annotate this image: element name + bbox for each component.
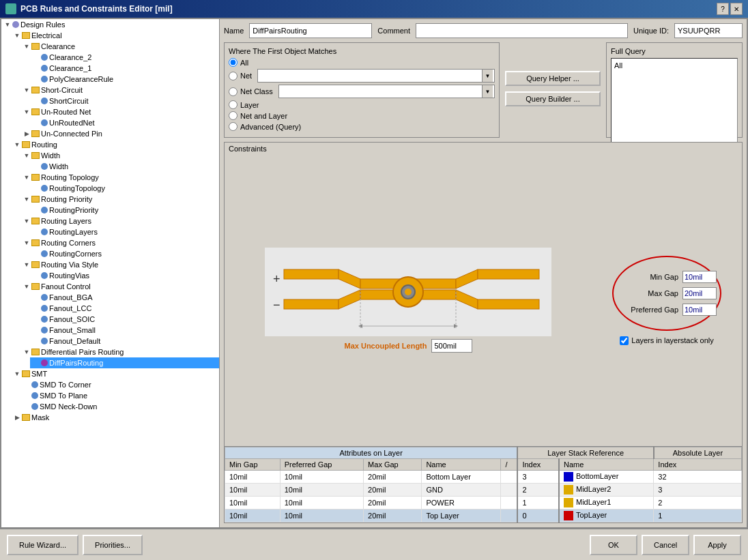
radio-advanced-input[interactable] bbox=[229, 122, 238, 131]
min-gap-input[interactable] bbox=[682, 271, 717, 283]
tree-node-clearance2[interactable]: Clearance_2 bbox=[30, 52, 219, 63]
max-gap-row: Max Gap bbox=[617, 287, 717, 299]
comment-input[interactable] bbox=[416, 23, 628, 38]
rule-wizard-button[interactable]: Rule Wizard... bbox=[7, 535, 78, 555]
table-row-2[interactable]: 10mil 10mil 20mil GND 2 MidLayer2 3 bbox=[225, 483, 742, 496]
tree-node-unconnected-folder[interactable]: ▶ Un-Connected Pin bbox=[20, 128, 219, 139]
tree-node-width-folder[interactable]: ▼ Width bbox=[20, 150, 219, 161]
cell-name-2: GND bbox=[422, 483, 501, 496]
table-row-4[interactable]: 10mil 10mil 20mil Top Layer 0 TopLayer 1 bbox=[225, 509, 742, 522]
radio-netandlayer-input[interactable] bbox=[229, 111, 238, 120]
radio-net-label: Net bbox=[240, 72, 252, 80]
expander-smt: ▼ bbox=[12, 369, 22, 379]
net-combo-arrow[interactable]: ▼ bbox=[482, 70, 493, 82]
preferred-gap-input[interactable] bbox=[682, 304, 717, 316]
tree-node-clearance[interactable]: ▼ Clearance bbox=[20, 41, 219, 52]
radio-all-input[interactable] bbox=[229, 58, 238, 67]
name-input[interactable] bbox=[249, 23, 372, 38]
tree-label-topology: RoutingTopology bbox=[49, 184, 105, 192]
help-button[interactable]: ? bbox=[717, 3, 729, 15]
name-row: Name Comment Unique ID: bbox=[224, 23, 743, 38]
col-abs-index: Index bbox=[654, 458, 742, 470]
tree-node-smd-neckdown[interactable]: SMD Neck-Down bbox=[20, 401, 219, 412]
cell-index-1: 3 bbox=[517, 470, 559, 483]
tree-node-fanout-bga[interactable]: Fanout_BGA bbox=[30, 292, 219, 303]
table-row-1[interactable]: 10mil 10mil 20mil Bottom Layer 3 BottomL… bbox=[225, 470, 742, 483]
preferred-gap-row: Preferred Gap bbox=[617, 304, 717, 316]
tree-node-unrouted[interactable]: UnRoutedNet bbox=[30, 117, 219, 128]
table-row-3[interactable]: 10mil 10mil 20mil POWER 1 MidLayer1 2 bbox=[225, 496, 742, 509]
title-bar-left: PCB Rules and Constraints Editor [mil] bbox=[5, 3, 173, 14]
netclass-combo[interactable]: ▼ bbox=[278, 85, 495, 98]
tree-label-electrical: Electrical bbox=[31, 31, 62, 40]
tree-node-topology[interactable]: RoutingTopology bbox=[30, 183, 219, 194]
full-query-value: All bbox=[614, 61, 622, 70]
tree-node-corners[interactable]: RoutingCorners bbox=[30, 248, 219, 259]
tree-node-fanout-folder[interactable]: ▼ Fanout Control bbox=[20, 281, 219, 292]
tree-node-shortcircuit[interactable]: ShortCircuit bbox=[30, 95, 219, 106]
folder-icon-clearance bbox=[31, 43, 40, 50]
tree-node-topology-folder[interactable]: ▼ Routing Topology bbox=[20, 172, 219, 183]
icon-polyclearance bbox=[41, 76, 48, 83]
svg-rect-3 bbox=[284, 269, 339, 279]
tree-scroll-container[interactable]: ▼ Design Rules ▼ Electrical ▼ bbox=[1, 19, 219, 527]
tree-node-fanout-lcc[interactable]: Fanout_LCC bbox=[30, 303, 219, 314]
tree-node-fanout-default[interactable]: Fanout_Default bbox=[30, 336, 219, 347]
close-button[interactable]: ✕ bbox=[730, 3, 743, 15]
radio-layer-input[interactable] bbox=[229, 100, 238, 109]
tree-label-diffpairs-folder: Differential Pairs Routing bbox=[41, 348, 124, 356]
query-helper-button[interactable]: Query Helper ... bbox=[505, 71, 601, 86]
layers-only-checkbox[interactable] bbox=[620, 336, 629, 345]
tree-node-routing-folder[interactable]: ▼ Routing bbox=[11, 139, 219, 150]
tree-node-smd-plane[interactable]: SMD To Plane bbox=[20, 390, 219, 401]
radio-net-input[interactable] bbox=[229, 72, 238, 80]
tree-label-design-rules: Design Rules bbox=[20, 20, 65, 29]
radio-advanced: Advanced (Query) bbox=[229, 122, 495, 131]
tree-node-unrouted-folder[interactable]: ▼ Un-Routed Net bbox=[20, 106, 219, 117]
query-builder-button[interactable]: Query Builder ... bbox=[505, 91, 601, 106]
radio-all-label: All bbox=[240, 59, 248, 67]
cancel-button[interactable]: Cancel bbox=[642, 535, 689, 555]
col-name: Name bbox=[422, 458, 501, 470]
ok-button[interactable]: OK bbox=[590, 535, 637, 555]
tree-indent-diffpairs: DiffPairsRouting bbox=[20, 357, 219, 368]
tree-node-electrical[interactable]: ▼ Electrical bbox=[11, 30, 219, 41]
apply-button[interactable]: Apply bbox=[693, 535, 741, 555]
tree-node-layers[interactable]: RoutingLayers bbox=[30, 226, 219, 237]
netclass-combo-arrow[interactable]: ▼ bbox=[482, 85, 493, 98]
net-combo[interactable]: ▼ bbox=[257, 69, 495, 83]
tree-node-via[interactable]: RoutingVias bbox=[30, 270, 219, 281]
tree-node-mask-folder[interactable]: ▶ Mask bbox=[11, 412, 219, 423]
tree-node-corners-folder[interactable]: ▼ Routing Corners bbox=[20, 237, 219, 248]
tree-node-design-rules[interactable]: ▼ Design Rules bbox=[1, 19, 219, 30]
icon-fanout-bga bbox=[41, 294, 48, 301]
uniqueid-input[interactable] bbox=[674, 23, 743, 38]
tree-node-shortcircuit-folder[interactable]: ▼ Short-Circuit bbox=[20, 85, 219, 95]
tree-node-fanout-soic[interactable]: Fanout_SOIC bbox=[30, 314, 219, 325]
tree-node-smd-corner[interactable]: SMD To Corner bbox=[20, 379, 219, 390]
tree-label-width-folder: Width bbox=[41, 151, 60, 160]
tree-node-layers-folder[interactable]: ▼ Routing Layers bbox=[20, 216, 219, 226]
tree-node-clearance1[interactable]: Clearance_1 bbox=[30, 63, 219, 74]
radio-net: Net ▼ bbox=[229, 69, 495, 83]
tree-node-width[interactable]: Width bbox=[30, 161, 219, 172]
icon-layers bbox=[41, 229, 48, 235]
priorities-button[interactable]: Priorities... bbox=[83, 535, 143, 555]
cell-min-gap-4: 10mil bbox=[225, 509, 280, 522]
folder-icon-electrical bbox=[22, 32, 30, 39]
radio-netclass-input[interactable] bbox=[229, 87, 238, 96]
cell-abs-index-4: 1 bbox=[654, 509, 742, 522]
tree-node-priority[interactable]: RoutingPriority bbox=[30, 205, 219, 216]
radio-advanced-label: Advanced (Query) bbox=[240, 123, 301, 131]
tree-indent-electrical: ▼ Electrical ▼ Clearance bbox=[1, 30, 219, 423]
tree-node-diffpairsrouting[interactable]: DiffPairsRouting bbox=[30, 357, 219, 368]
tree-node-via-folder[interactable]: ▼ Routing Via Style bbox=[20, 259, 219, 270]
tree-node-polyclearance[interactable]: PolyClearanceRule bbox=[30, 74, 219, 85]
tree-node-priority-folder[interactable]: ▼ Routing Priority bbox=[20, 194, 219, 205]
max-gap-input[interactable] bbox=[682, 287, 717, 299]
tree-node-diffpairs-folder[interactable]: ▼ Differential Pairs Routing bbox=[20, 347, 219, 357]
max-uncoupled-input[interactable] bbox=[431, 339, 472, 353]
tree-label-corners-folder: Routing Corners bbox=[41, 239, 96, 247]
tree-node-fanout-small[interactable]: Fanout_Small bbox=[30, 325, 219, 336]
tree-node-smt-folder[interactable]: ▼ SMT bbox=[11, 368, 219, 379]
